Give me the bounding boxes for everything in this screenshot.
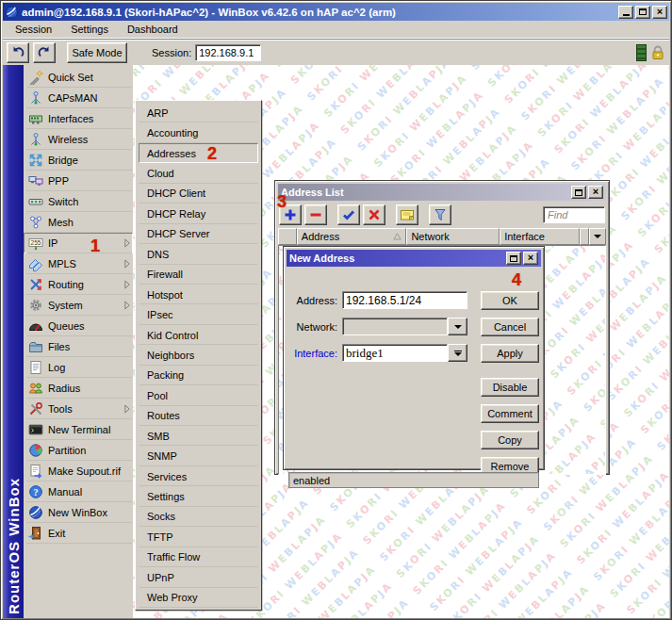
column-options-button[interactable] [589,228,606,245]
address-input[interactable] [342,291,467,309]
sidebar-item-label: Log [48,362,65,373]
apply-button[interactable]: Apply [481,344,539,363]
sidebar-item-system[interactable]: System [24,295,133,316]
filter-button[interactable] [429,204,451,225]
address-list-close-button[interactable]: × [588,186,603,199]
network-field-row: Network: [288,318,467,335]
redo-button[interactable] [33,42,56,63]
sidebar-item-queues[interactable]: Queues [24,316,133,336]
ok-button[interactable]: OK [481,291,539,310]
comment-button[interactable] [396,204,418,225]
new-address-maximize-button[interactable] [506,252,521,265]
menu-item-session[interactable]: Session [7,22,60,37]
ip-255-icon: 255 [28,236,43,251]
status-bar: enabled [288,472,539,488]
network-dropdown-button[interactable] [448,318,467,335]
submenu-item-upnp[interactable]: UPnP [139,567,258,587]
address-column-header[interactable]: Address [297,228,407,245]
new-address-close-button[interactable]: × [523,252,538,265]
disable-button[interactable]: Disable [481,378,539,397]
sidebar-item-exit[interactable]: Exit [24,523,133,544]
sidebar-item-mpls[interactable]: MPLS [24,253,133,274]
new-address-titlebar[interactable]: New Address × [287,250,541,267]
comment-button[interactable]: Comment [481,404,539,423]
copy-button[interactable]: Copy [481,431,539,449]
submenu-item-arp[interactable]: ARP [139,103,258,122]
sidebar-item-radius[interactable]: Radius [24,378,133,399]
submenu-item-cloud[interactable]: Cloud [139,163,258,183]
submenu-item-smb[interactable]: SMB [139,426,258,446]
safe-mode-button[interactable]: Safe Mode [67,42,127,63]
sidebar-item-log[interactable]: Log [24,357,133,378]
sidebar-item-label: Files [48,341,70,352]
sidebar-item-label: New WinBox [48,507,107,518]
submenu-item-dhcp-relay[interactable]: DHCP Relay [139,204,258,223]
enable-icon [341,207,356,222]
minimize-button[interactable] [618,6,633,19]
submenu-item-hotspot[interactable]: Hotspot [139,285,258,304]
sidebar-item-interfaces[interactable]: Interfaces [24,108,133,129]
sidebar: Quick SetCAPsMANInterfacesWirelessBridge… [24,65,133,618]
menu-item-settings[interactable]: Settings [62,22,117,37]
submenu-item-dns[interactable]: DNS [139,244,258,264]
sidebar-item-switch[interactable]: Switch [24,191,133,212]
sidebar-item-tools[interactable]: Tools [24,399,133,419]
sidebar-item-partition[interactable]: Partition [24,440,133,461]
submenu-item-ipsec[interactable]: IPsec [139,304,258,324]
submenu-item-packing[interactable]: Packing [139,366,258,385]
session-field[interactable]: 192.168.9.1 [195,44,261,61]
cancel-button[interactable]: Cancel [481,318,539,336]
submenu-item-tftp[interactable]: TFTP [139,527,258,547]
network-column-header[interactable]: Network [406,228,500,245]
submenu-item-routes[interactable]: Routes [139,406,258,426]
maximize-button[interactable] [635,6,650,19]
maximize-icon [639,8,647,15]
menu-item-dashboard[interactable]: Dashboard [119,22,187,37]
sidebar-item-ppp[interactable]: PPP [24,171,133,191]
sidebar-item-label: Wireless [48,134,88,145]
sidebar-item-label: PPP [48,175,69,187]
interface-column-header[interactable]: Interface [500,228,580,245]
submenu-item-kid-control[interactable]: Kid Control [139,325,258,345]
sidebar-item-routing[interactable]: Routing [24,274,133,295]
sidebar-item-wireless[interactable]: Wireless [24,129,133,150]
sidebar-item-new-winbox[interactable]: New WinBox [24,502,133,523]
remove-address-button[interactable] [304,204,327,225]
sidebar-item-capsman[interactable]: CAPsMAN [24,88,133,108]
find-input[interactable] [543,206,605,223]
submenu-item-dhcp-client[interactable]: DHCP Client [139,184,258,204]
network-input[interactable] [342,318,448,335]
address-list-maximize-button[interactable] [571,186,586,199]
sidebar-item-files[interactable]: Files [24,336,133,357]
enable-button[interactable] [337,204,360,225]
submenu-item-snmp[interactable]: SNMP [139,446,258,465]
address-list-titlebar[interactable]: Address List × [278,184,606,201]
submenu-item-firewall[interactable]: Firewall [139,265,258,285]
submenu-item-neighbors[interactable]: Neighbors [139,345,258,365]
sidebar-item-ip[interactable]: 255IP [24,233,133,253]
submenu-item-services[interactable]: Services [139,466,258,486]
undo-button[interactable] [7,42,29,63]
sidebar-item-new-terminal[interactable]: New Terminal [24,419,133,440]
interface-input[interactable] [342,344,448,362]
sidebar-item-make-supout-rif[interactable]: Make Supout.rif [24,461,133,481]
address-list-title: Address List [281,187,569,198]
sidebar-item-manual[interactable]: ?Manual [24,481,133,502]
sidebar-item-quick-set[interactable]: Quick Set [24,67,133,88]
submenu-item-accounting[interactable]: Accounting [139,122,258,142]
submenu-item-web-proxy[interactable]: Web Proxy [139,588,258,608]
submenu-item-dhcp-server[interactable]: DHCP Server [139,224,258,244]
close-button[interactable]: × [652,6,667,19]
new-address-body: Address: Network: Interface: [287,267,541,466]
submenu-item-addresses[interactable]: Addresses [139,143,258,163]
row-flag-column-header[interactable] [278,228,297,245]
sidebar-item-bridge[interactable]: Bridge [24,150,133,171]
submenu-item-pool[interactable]: Pool [139,385,258,405]
submenu-item-settings[interactable]: Settings [139,486,258,506]
interface-dropdown-button[interactable] [448,344,467,362]
sidebar-item-mesh[interactable]: Mesh [24,212,133,233]
submenu-item-socks[interactable]: Socks [139,507,258,527]
submenu-item-traffic-flow[interactable]: Traffic Flow [139,547,258,567]
disable-button[interactable] [363,204,385,225]
svg-text:255: 255 [31,239,41,246]
